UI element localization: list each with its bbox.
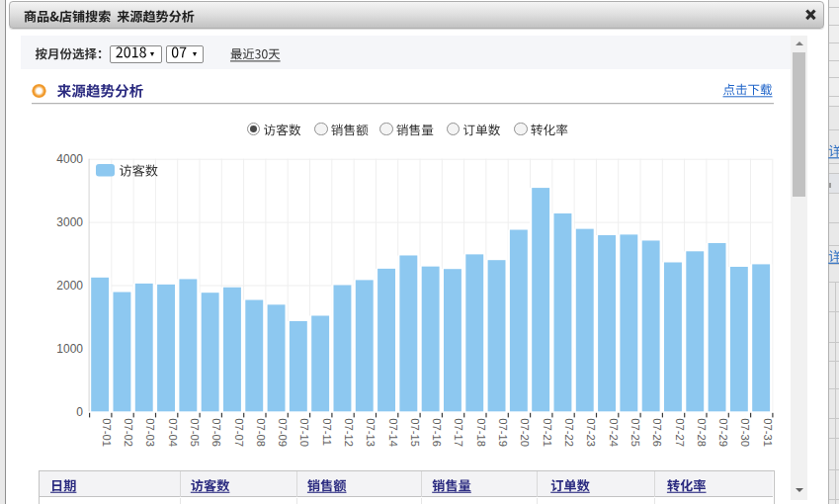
svg-text:07-13: 07-13 (365, 418, 377, 447)
svg-text:07-06: 07-06 (210, 418, 222, 447)
svg-text:07-18: 07-18 (475, 418, 487, 447)
svg-text:07-08: 07-08 (255, 418, 267, 447)
svg-text:07-19: 07-19 (497, 418, 509, 447)
svg-text:07-27: 07-27 (674, 418, 686, 447)
svg-text:07-14: 07-14 (387, 418, 399, 447)
svg-text:07-01: 07-01 (101, 418, 113, 447)
svg-text:07-17: 07-17 (453, 418, 464, 447)
svg-text:07-15: 07-15 (409, 418, 421, 447)
svg-text:2000: 2000 (56, 279, 83, 293)
svg-text:07-31: 07-31 (762, 418, 774, 447)
svg-text:07-07: 07-07 (233, 418, 245, 447)
svg-text:3000: 3000 (56, 215, 83, 229)
svg-text:07-16: 07-16 (431, 418, 443, 447)
svg-text:07-21: 07-21 (542, 418, 553, 447)
svg-text:07-30: 07-30 (739, 418, 751, 447)
svg-text:07-20: 07-20 (519, 418, 531, 447)
svg-text:07-22: 07-22 (563, 418, 575, 447)
svg-text:07-12: 07-12 (343, 418, 355, 447)
svg-text:4000: 4000 (56, 152, 83, 166)
svg-text:07-09: 07-09 (277, 418, 289, 447)
svg-text:07-05: 07-05 (189, 418, 201, 447)
svg-text:07-26: 07-26 (651, 418, 663, 447)
svg-text:07-11: 07-11 (321, 418, 333, 446)
svg-text:07-25: 07-25 (629, 418, 641, 447)
svg-text:07-24: 07-24 (608, 418, 620, 447)
svg-text:07-03: 07-03 (144, 418, 156, 447)
svg-text:1000: 1000 (56, 342, 83, 356)
svg-text:07-10: 07-10 (298, 418, 310, 447)
svg-text:07-02: 07-02 (123, 418, 134, 447)
svg-text:07-28: 07-28 (696, 418, 708, 447)
svg-text:0: 0 (76, 405, 83, 419)
svg-text:07-29: 07-29 (717, 418, 729, 447)
svg-text:07-04: 07-04 (167, 418, 179, 447)
svg-text:07-23: 07-23 (585, 418, 597, 447)
